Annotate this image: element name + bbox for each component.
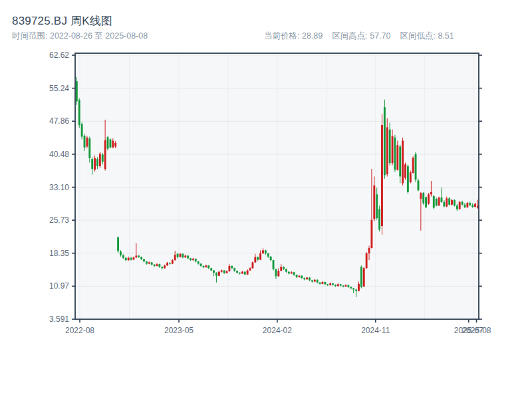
candle-body <box>120 251 122 255</box>
candle-body <box>376 194 378 218</box>
candle-body <box>76 81 78 101</box>
candle-body <box>319 283 321 284</box>
candle-body <box>180 254 182 257</box>
candle-body <box>132 257 134 259</box>
candle-body <box>317 280 319 283</box>
candle-body <box>386 127 388 174</box>
kline-page: 839725.BJ 周K线图 时间范围: 2022-08-26 至 2025-0… <box>0 0 532 399</box>
candle-body <box>459 202 461 209</box>
candle-body <box>342 285 344 286</box>
candle-body <box>195 259 197 261</box>
candle-body <box>270 257 272 260</box>
candle-body <box>154 265 156 266</box>
candle-body <box>107 137 109 148</box>
x-tick-label: 2022-08 <box>65 326 94 335</box>
candle-body <box>226 271 228 273</box>
candle-body <box>112 141 114 148</box>
y-tick-label: 18.35 <box>49 249 69 258</box>
candle-body <box>293 272 295 275</box>
candle-body <box>412 158 414 173</box>
candle-body <box>148 263 150 264</box>
candle-body <box>164 265 166 268</box>
candle-body <box>265 250 267 253</box>
y-tick-label: 25.73 <box>49 215 69 225</box>
candle-body <box>140 257 142 259</box>
candle-body <box>96 159 98 166</box>
candle-body <box>81 124 83 137</box>
candle-body <box>187 255 189 258</box>
candle-body <box>415 154 417 180</box>
candle-body <box>322 282 324 284</box>
candle-body <box>156 264 158 266</box>
candle-body <box>462 202 464 205</box>
candle-body <box>454 200 456 205</box>
candle-body <box>350 287 352 289</box>
candle-body <box>392 136 394 163</box>
candle-body <box>296 275 298 277</box>
candle-body <box>259 253 261 259</box>
candle-body <box>192 259 194 260</box>
candle-body <box>327 284 329 285</box>
candle-body <box>389 130 391 163</box>
candle-body <box>247 271 249 275</box>
candle-body <box>94 158 96 170</box>
candle-body <box>231 266 233 268</box>
candle-body <box>306 277 308 279</box>
candle-body <box>451 200 453 205</box>
candle-body <box>466 203 468 207</box>
candle-body <box>125 258 127 260</box>
candle-body <box>213 271 215 273</box>
candle-body <box>418 180 420 190</box>
candle-body <box>257 257 259 259</box>
candle-body <box>352 289 354 290</box>
candle-body <box>441 198 443 202</box>
candle-body <box>109 140 111 148</box>
candle-body <box>254 257 256 262</box>
candle-body <box>210 268 212 270</box>
candle-body <box>91 159 93 169</box>
candle-body <box>469 203 471 205</box>
candle-body <box>425 197 427 207</box>
y-tick-label: 62.62 <box>49 51 69 60</box>
kline-chart: 3.59110.9718.3525.7333.1040.4847.8655.24… <box>0 0 532 399</box>
candle-body <box>275 269 277 277</box>
y-tick-label: 47.86 <box>49 116 69 126</box>
candle-body <box>366 253 368 268</box>
candle-body <box>299 276 301 277</box>
candle-body <box>347 285 349 287</box>
candle-body <box>135 255 137 257</box>
candle-body <box>438 198 440 205</box>
candle-body <box>236 271 238 273</box>
candle-body <box>433 196 435 207</box>
candle-body <box>84 136 86 147</box>
candle-body <box>396 145 398 170</box>
candle-body <box>177 254 179 257</box>
candle-body <box>288 272 290 274</box>
candle-body <box>329 283 331 285</box>
candle-body <box>399 146 401 176</box>
y-tick-label: 10.97 <box>49 281 69 291</box>
candle-body <box>174 255 176 260</box>
candle-body <box>262 250 264 253</box>
candle-body <box>332 283 334 285</box>
candle-body <box>228 266 230 271</box>
candle-body <box>122 255 124 258</box>
candle-body <box>200 264 202 266</box>
candle-body <box>373 186 375 219</box>
y-tick-label: 55.24 <box>49 84 69 93</box>
candle-body <box>410 172 412 182</box>
candle-body <box>104 140 106 169</box>
candle-body <box>138 255 140 257</box>
candle-body <box>337 284 339 286</box>
candle-body <box>422 193 424 203</box>
candle-body <box>446 198 448 206</box>
candle-body <box>394 138 396 170</box>
candle-body <box>128 258 130 260</box>
candle-body <box>117 237 119 251</box>
candle-body <box>215 273 217 276</box>
candle-body <box>360 267 362 287</box>
candle-body <box>428 194 430 203</box>
x-tick-label: 2024-02 <box>263 326 292 335</box>
candle-body <box>251 263 253 269</box>
candle-body <box>402 141 404 184</box>
